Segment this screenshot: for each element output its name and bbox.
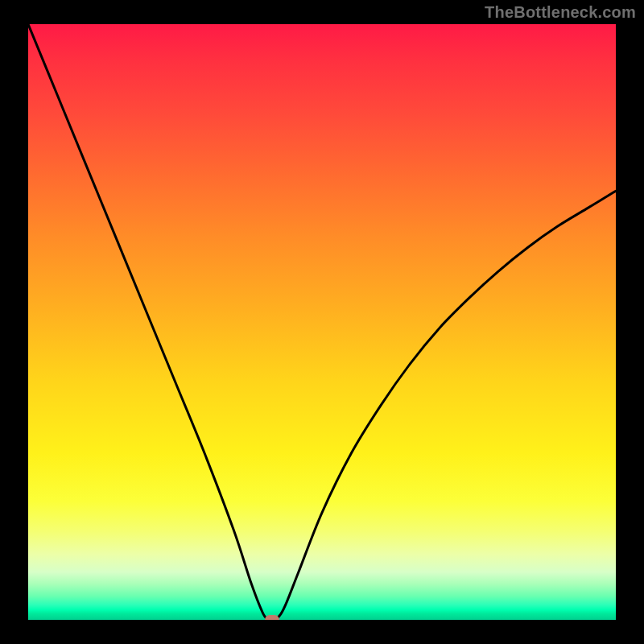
curve-layer [28,24,616,620]
bottleneck-curve [28,24,616,620]
optimum-marker [265,615,279,620]
chart-frame: TheBottleneck.com [0,0,644,644]
watermark-text: TheBottleneck.com [485,3,636,22]
plot-area [28,24,616,620]
